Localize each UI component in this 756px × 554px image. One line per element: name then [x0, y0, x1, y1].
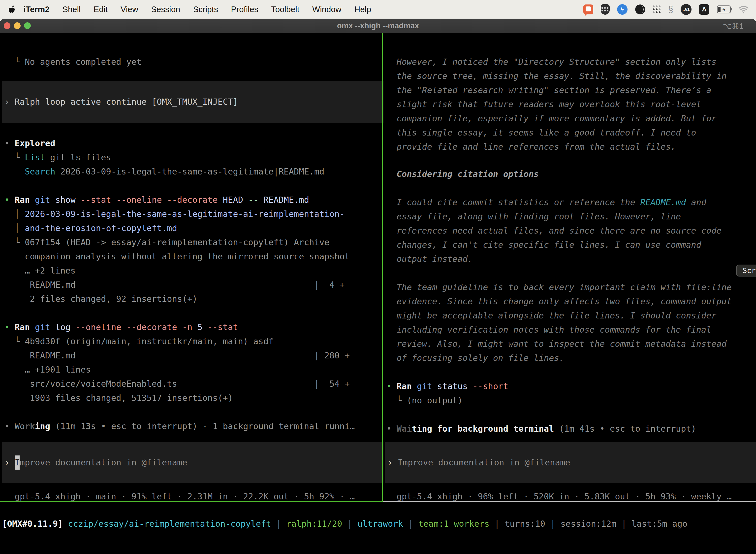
terminal-line: └ 4b9d30f (origin/main, instructkr/main,…: [4, 334, 350, 348]
terminal-line: [OMX#0.11.9] cczip/essay/ai-reimplementa…: [2, 517, 688, 531]
working-status-line: • Working (11m 13s • esc to interrupt) ·…: [4, 419, 355, 433]
terminal-line: README.md | 4 +: [4, 278, 350, 292]
terminal-line: • Ran git status --short: [386, 379, 508, 393]
transcript-ran-git-status: • Ran git status --short └ (no output): [386, 379, 508, 407]
battery-icon[interactable]: ϟ: [717, 5, 731, 13]
right-prompt-input[interactable]: › Improve documentation in @filename: [385, 442, 756, 483]
terminal-line: including verification notes with those …: [386, 323, 732, 337]
reasoning-paragraph-2: I could cite commit statistics or refere…: [386, 195, 721, 266]
terminal-line: the source tree, missing the essay. Stil…: [386, 69, 727, 83]
terminal-line: … +1901 lines: [4, 363, 350, 377]
dots-grid-icon[interactable]: [653, 5, 661, 13]
reasoning-heading: Considering citation options: [386, 167, 539, 181]
menu-item-shell[interactable]: Shell: [56, 5, 87, 14]
terminal-line: • Explored: [4, 136, 324, 151]
waiting-status-line: • Waiting for background terminal (1m 41…: [386, 422, 696, 436]
terminal-line: companion file, especially if more comme…: [386, 111, 727, 126]
terminal-line: the "Related research writing" section i…: [386, 83, 727, 97]
terminal-line: src/voice/voiceModeEnabled.ts | 54 +: [4, 377, 350, 391]
prompt-chevron: ›: [4, 455, 9, 469]
terminal-line: 1903 files changed, 513517 insertions(+): [4, 391, 350, 405]
terminal-line: │ 2026-03-09-is-legal-the-same-as-legiti…: [4, 207, 350, 221]
pane-divider-horizontal-active: [0, 501, 383, 502]
terminal-line: … +2 lines: [4, 264, 350, 278]
menu-item-profiles[interactable]: Profiles: [225, 5, 265, 14]
input-source-icon[interactable]: A: [699, 4, 709, 15]
terminal-line: │ and-the-erosion-of-copyleft.md: [4, 221, 350, 235]
screen-overlay-chip[interactable]: Scre: [736, 265, 756, 277]
menu-item-iterm2[interactable]: iTerm2: [17, 5, 56, 14]
terminal-line: might be acceptable alongside the file l…: [386, 309, 732, 323]
transcript-ran-git-log: • Ran git log --oneline --decorate -n 5 …: [4, 320, 350, 405]
apple-menu-icon[interactable]: [8, 5, 15, 13]
terminal-line: 2 files changed, 92 insertions(+): [4, 292, 350, 306]
menu-item-window[interactable]: Window: [306, 5, 348, 14]
prompt-chevron: ›: [387, 455, 392, 469]
reasoning-paragraph-1: However, I noticed the "Directory Struct…: [386, 55, 727, 154]
timer-badge-icon[interactable]: ..61: [681, 4, 692, 15]
terminal-line: • Waiting for background terminal (1m 41…: [386, 422, 696, 436]
right-input-text: Improve documentation in @filename: [397, 455, 570, 469]
iterm2-window: omx --xhigh --madmax ⌥⌘1 └ No agents com…: [0, 19, 756, 549]
window-title: omx --xhigh --madmax: [0, 21, 756, 30]
terminal-line: └ List git ls-files: [4, 151, 324, 165]
terminal-line: references need actual files, and since …: [386, 224, 721, 238]
left-input-text: mprove documentation in @filename: [19, 455, 187, 469]
terminal-line: └ (no output): [386, 393, 508, 407]
terminal-line: Considering citation options: [386, 167, 539, 181]
shield-grid-icon[interactable]: [601, 4, 610, 15]
pane-divider-vertical: [382, 33, 383, 501]
terminal-line: • Ran git log --oneline --decorate -n 5 …: [4, 320, 350, 334]
terminal-line: I could cite commit statistics or refere…: [386, 195, 721, 210]
terminal-line: However, I noticed the "Directory Struct…: [386, 55, 727, 69]
terminal-line: this single essay, it seems like a good …: [386, 126, 727, 140]
chat-app-icon[interactable]: [583, 4, 593, 14]
left-prompt-input[interactable]: › Improve documentation in @filename: [2, 442, 383, 483]
blue-badge-icon[interactable]: ϟ: [617, 4, 628, 15]
wifi-icon[interactable]: [738, 5, 749, 14]
omx-session-status-bar: [OMX#0.11.9] cczip/essay/ai-reimplementa…: [2, 517, 688, 531]
text-cursor: I: [15, 455, 19, 469]
inject-message-text: Ralph loop active continue [OMX_TMUX_INJ…: [15, 95, 238, 109]
squiggle-icon[interactable]: §: [668, 4, 673, 15]
terminal-line: └ No agents completed yet: [4, 55, 142, 69]
terminal-line: changes, I can't cite specific file line…: [386, 238, 721, 252]
terminal-line: • Working (11m 13s • esc to interrupt) ·…: [4, 419, 355, 433]
menu-item-edit[interactable]: Edit: [87, 5, 114, 14]
terminal-line: slight risk that future readers may over…: [386, 97, 727, 111]
terminal-line: README.md | 280 +: [4, 348, 350, 363]
window-title-bar[interactable]: omx --xhigh --madmax ⌥⌘1: [0, 19, 756, 33]
menu-item-toolbelt[interactable]: Toolbelt: [265, 5, 306, 14]
menu-item-view[interactable]: View: [114, 5, 145, 14]
terminal-line: The team guideline is to back every impo…: [386, 280, 732, 294]
reasoning-paragraph-3: The team guideline is to back every impo…: [386, 280, 732, 365]
terminal-line: of focusing solely on file lines.: [386, 351, 732, 365]
terminal-line: Search 2026-03-09-is-legal-the-same-as-l…: [4, 165, 324, 179]
pane-divider-horizontal-inactive: [383, 501, 756, 502]
menu-item-help[interactable]: Help: [348, 5, 378, 14]
prompt-chevron: ›: [4, 95, 9, 109]
agents-note: └ No agents completed yet: [4, 55, 142, 69]
terminal-line: companion analysis without altering the …: [4, 250, 350, 264]
terminal-line: └ 067f154 (HEAD -> essay/ai-reimplementa…: [4, 235, 350, 250]
transcript-ran-git-show: • Ran git show --stat --oneline --decora…: [4, 193, 350, 306]
transcript-explored: • Explored └ List git ls-files Search 20…: [4, 136, 324, 179]
terminal-line: output instead.: [386, 252, 721, 266]
terminal-content: └ No agents completed yet › Ralph loop a…: [0, 33, 756, 549]
terminal-line: evidence. Since this change only affects…: [386, 294, 732, 309]
terminal-line: essay file, along with finding root file…: [386, 210, 721, 224]
terminal-line: • Ran git show --stat --oneline --decora…: [4, 193, 350, 207]
contrast-icon[interactable]: [635, 4, 645, 15]
terminal-line: provide file and line references from th…: [386, 140, 727, 154]
inject-message-box[interactable]: › Ralph loop active continue [OMX_TMUX_I…: [2, 81, 383, 123]
menu-item-session[interactable]: Session: [145, 5, 187, 14]
menu-item-scripts[interactable]: Scripts: [187, 5, 225, 14]
terminal-line: review. Also, I might want to inspect th…: [386, 337, 732, 351]
window-shortcut-hint: ⌥⌘1: [723, 21, 744, 31]
